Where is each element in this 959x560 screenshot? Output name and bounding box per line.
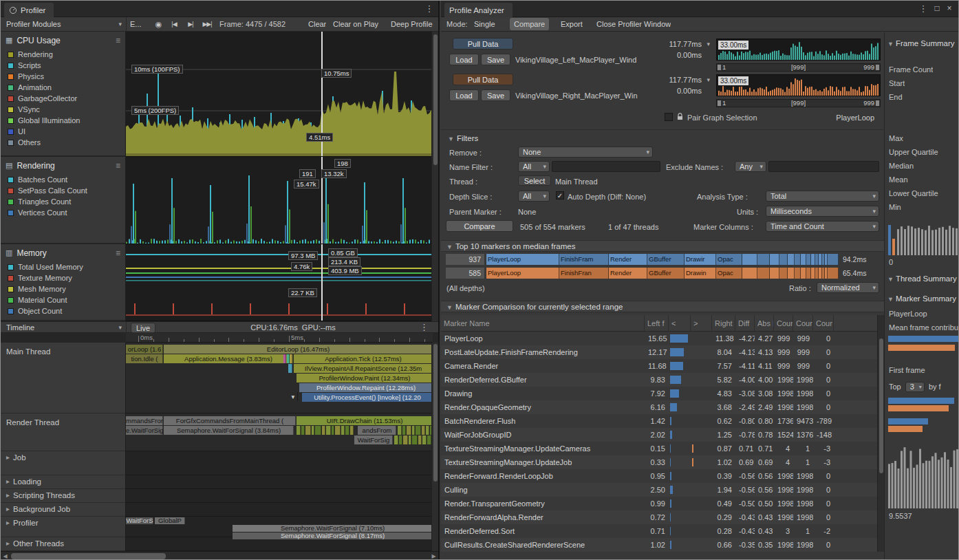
- analysis-type-dropdown[interactable]: Total: [766, 191, 879, 202]
- timeline-span[interactable]: UIR.DrawChain (11.53ms): [297, 416, 433, 425]
- frame-time-graph-left[interactable]: 33.00ms: [716, 39, 881, 61]
- column-header[interactable]: Right: [712, 315, 735, 331]
- timeline-view-dropdown[interactable]: Timeline: [1, 322, 127, 332]
- timeline-span[interactable]: WaitForS: [126, 517, 153, 524]
- timeline-span-fragment[interactable]: [283, 354, 286, 363]
- legend-item[interactable]: GarbageCollector: [1, 93, 125, 104]
- column-header[interactable]: <: [669, 315, 691, 331]
- save-button[interactable]: Save: [481, 89, 510, 101]
- marker-segment[interactable]: FinishFran: [559, 268, 609, 279]
- exclude-names-input[interactable]: [768, 161, 879, 172]
- timeline-span[interactable]: ForGfxCommandsFromMainThread (: [164, 416, 296, 425]
- timeline-hscrollbar[interactable]: ◀ ▶: [1, 551, 438, 560]
- timeline-span-fragment[interactable]: [297, 426, 301, 435]
- marker-segment[interactable]: PlayerLoop: [486, 254, 559, 265]
- column-header[interactable]: Marker Name: [441, 315, 645, 331]
- fold-closed-icon[interactable]: ▸: [6, 477, 10, 488]
- table-row[interactable]: Render.OpaqueGeometry6.163.68-2.492.4919…: [441, 400, 877, 414]
- legend-item[interactable]: Texture Memory: [1, 272, 125, 283]
- table-row[interactable]: BatchRenderer.Flush1.420.62-0.800.801736…: [441, 414, 877, 428]
- drag-handle-icon[interactable]: ≡: [116, 248, 120, 258]
- timeline-span[interactable]: e.WaitForSigna: [126, 426, 163, 435]
- timeline-span-fragment[interactable]: [412, 435, 418, 444]
- table-row[interactable]: RenderDeferred.GBuffer9.835.82-4.004.001…: [441, 373, 877, 387]
- marker-summary-header[interactable]: ▼Marker Summary: [887, 294, 959, 304]
- legend-item[interactable]: VSync: [1, 104, 125, 115]
- legend-item[interactable]: Triangles Count: [1, 196, 125, 207]
- timeline-span-fragment[interactable]: [312, 426, 314, 435]
- fold-closed-icon[interactable]: ▸: [6, 505, 10, 516]
- table-row[interactable]: WaitForJobGroupID2.021.25-0.780.78152413…: [441, 428, 877, 442]
- marker-segment[interactable]: [779, 268, 788, 279]
- export-button[interactable]: Export: [561, 17, 583, 32]
- memory-chart[interactable]: 97.3 MB4.76k0.85 GB213.4 KB403.9 MB22.7 …: [126, 244, 433, 321]
- marker-segment[interactable]: [770, 254, 779, 265]
- timeline-span[interactable]: EditorLoop (16.47ms): [164, 345, 433, 354]
- fold-closed-icon[interactable]: ▸: [6, 539, 10, 550]
- timeline-span-fragment[interactable]: [326, 426, 331, 435]
- timeline-span[interactable]: andsFrom: [358, 426, 396, 435]
- auto-depth-checkbox[interactable]: ✓: [556, 191, 564, 200]
- timeline-span[interactable]: mmandsFromM: [126, 416, 163, 425]
- legend-item[interactable]: Mesh Memory: [1, 283, 125, 294]
- timeline-span[interactable]: ▾: [288, 392, 298, 401]
- cpu-usage-chart[interactable]: 10ms (100FPS)5ms (200FPS)10.75ms4.51ms: [126, 32, 433, 157]
- marker-segment[interactable]: Render: [609, 254, 647, 265]
- legend-item[interactable]: Animation: [1, 82, 125, 93]
- thread-summary-header[interactable]: ▼Thread Summary: [887, 274, 959, 284]
- timeline-span-fragment[interactable]: [322, 426, 325, 435]
- rendering-chart[interactable]: 19819113.32k15.47k: [126, 157, 433, 244]
- max-scale-dropdown[interactable]: 117.77ms: [658, 76, 711, 84]
- filters-foldout[interactable]: ▼Filters: [448, 134, 478, 142]
- hscroll-thumb[interactable]: [11, 553, 166, 559]
- thread-group-label[interactable]: ▸Profiler: [1, 517, 125, 537]
- frame-index[interactable]: 937: [446, 254, 484, 265]
- analyzer-table-scrollbar[interactable]: [877, 315, 884, 552]
- scroll-right-icon[interactable]: ▶: [429, 552, 438, 560]
- legend-item[interactable]: Scripts: [1, 60, 125, 71]
- timeline-span[interactable]: GlobalP: [155, 517, 185, 524]
- timeline-span-fragment[interactable]: [409, 435, 411, 444]
- profiler-modules-dropdown[interactable]: Profiler Modules: [1, 17, 127, 31]
- legend-item[interactable]: Others: [1, 137, 125, 148]
- deep-profile-button[interactable]: Deep Profile: [391, 17, 439, 32]
- timeline-span-fragment[interactable]: [350, 426, 354, 435]
- fold-closed-icon[interactable]: ▸: [6, 519, 10, 537]
- marker-segment[interactable]: [806, 254, 811, 265]
- marker-segment[interactable]: GBuffer: [647, 254, 685, 265]
- timeline-tracks[interactable]: orLoop (1.6EditorLoop (16.47ms)tion.Idle…: [126, 343, 433, 551]
- timeline-span-fragment[interactable]: [422, 435, 427, 444]
- clear-button[interactable]: Clear: [308, 17, 326, 32]
- timeline-span[interactable]: ProfilerWindow.Paint (12.34ms): [297, 374, 433, 383]
- charts-scrollbar[interactable]: [431, 32, 438, 321]
- table-row[interactable]: CullResults.CreateSharedRendererScene1.0…: [441, 538, 877, 552]
- close-icon[interactable]: ×: [945, 3, 954, 13]
- marker-segment[interactable]: [788, 268, 795, 279]
- marker-segment[interactable]: [801, 268, 806, 279]
- legend-item[interactable]: UI: [1, 126, 125, 137]
- pull-data-button[interactable]: Pull Data: [453, 38, 513, 50]
- marker-segment[interactable]: PlayerLoop: [486, 268, 559, 279]
- prev-frame-icon[interactable]: |◀: [167, 17, 181, 32]
- comparison-header[interactable]: ▼Marker Comparison for currently selecte…: [441, 301, 884, 312]
- marker-segment[interactable]: [795, 254, 801, 265]
- marker-segment[interactable]: [795, 268, 801, 279]
- thread-group-label[interactable]: ▸Job: [1, 451, 125, 475]
- frame-summary-header[interactable]: ▼Frame Summary: [887, 39, 959, 49]
- timeline-span-fragment[interactable]: [426, 426, 429, 435]
- timeline-span-fragment[interactable]: [418, 435, 422, 444]
- max-scale-dropdown[interactable]: 117.77ms: [658, 40, 711, 48]
- tab-profiler[interactable]: Profiler: [4, 3, 54, 17]
- legend-item[interactable]: Rendering: [1, 49, 125, 60]
- timeline-span-fragment[interactable]: [335, 426, 341, 435]
- timeline-span-fragment[interactable]: [315, 426, 321, 435]
- column-header[interactable]: Cour: [793, 315, 813, 331]
- pull-data-button[interactable]: Pull Data: [453, 74, 513, 85]
- current-frame-icon[interactable]: ▶▶|: [199, 17, 215, 32]
- timeline-span[interactable]: WaitForSig: [354, 435, 393, 444]
- fold-closed-icon[interactable]: ▸: [6, 453, 10, 475]
- top10-header[interactable]: ▼Top 10 markers on median frames: [441, 240, 884, 252]
- remove-dropdown[interactable]: None: [518, 147, 653, 158]
- marker-segment[interactable]: Opac: [716, 268, 742, 279]
- live-button[interactable]: Live: [131, 323, 155, 333]
